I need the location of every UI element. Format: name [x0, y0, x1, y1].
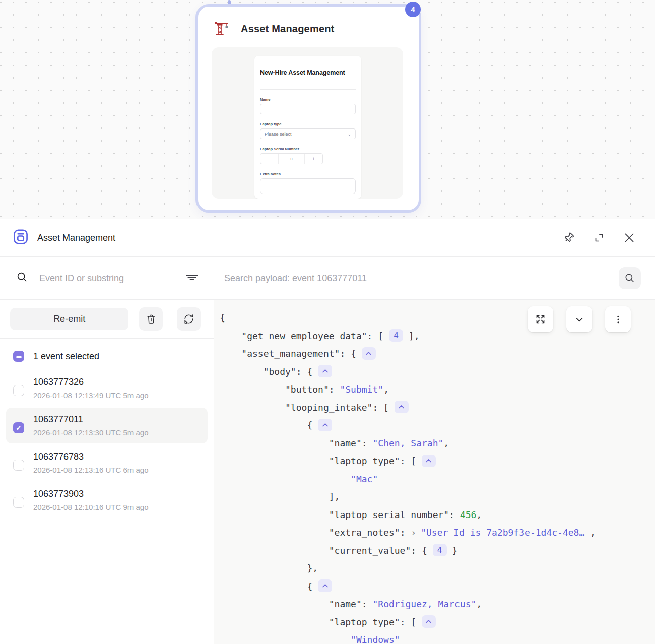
expand-string-toggle[interactable]: › — [411, 527, 416, 538]
event-checkbox[interactable] — [13, 422, 24, 433]
json-line: "laptop_type": [ — [220, 452, 655, 470]
json-punctuation: : [ — [400, 456, 422, 466]
json-punctuation: { — [307, 420, 318, 430]
expand-panel-button[interactable] — [593, 231, 606, 244]
json-line: "extra_notes": ›"User Id is 7a2b9f3e-1d4… — [220, 524, 655, 542]
event-timestamp: 2026-01-08 12:13:30 UTC 5m ago — [33, 428, 148, 437]
extra-notes-textarea[interactable] — [260, 178, 356, 194]
json-key: "extra_notes" — [329, 527, 400, 538]
trigger-node-icon — [13, 229, 29, 247]
serial-number-stepper[interactable]: − 0 + — [260, 153, 323, 164]
selected-summary-row: 1 event selected — [0, 339, 214, 367]
event-list-item[interactable]: 1063777011 2026-01-08 12:13:30 UTC 5m ag… — [6, 408, 208, 443]
json-key: "laptop_type" — [329, 456, 400, 466]
json-punctuation: { — [220, 312, 225, 323]
json-line: "Windows" — [220, 631, 655, 644]
node-title: Asset Management — [241, 23, 334, 35]
json-key: "get_new_employee_data" — [241, 331, 367, 341]
refresh-events-button[interactable] — [177, 307, 201, 331]
event-id: 1063773903 — [33, 489, 148, 499]
node-header: Asset Management — [198, 7, 419, 38]
expand-all-button[interactable] — [528, 306, 553, 332]
stepper-minus-button[interactable]: − — [260, 154, 279, 164]
event-timestamp: 2026-01-08 12:10:16 UTC 9m ago — [33, 503, 148, 511]
payload-search-button[interactable] — [619, 267, 641, 289]
workflow-canvas[interactable]: 4 Asset Management New-Hire Asset Manage… — [0, 0, 655, 219]
delete-events-button[interactable] — [139, 307, 163, 331]
chevron-down-icon: ⌄ — [347, 132, 351, 137]
json-toolbar — [528, 306, 631, 332]
event-checkbox[interactable] — [13, 497, 24, 508]
event-list-item[interactable]: 1063773903 2026-01-08 12:10:16 UTC 9m ag… — [6, 482, 208, 518]
json-key: "current_value" — [329, 545, 411, 556]
json-line: "name": "Rodriguez, Marcus", — [220, 595, 655, 613]
json-string-value: "Mac" — [351, 474, 378, 484]
json-punctuation: ], — [403, 331, 420, 341]
name-field-input[interactable] — [260, 104, 356, 114]
crane-icon — [214, 20, 230, 38]
collapsed-count-badge[interactable]: 4 — [433, 544, 447, 556]
json-key: "looping_intake" — [285, 402, 372, 413]
json-punctuation: , — [476, 599, 482, 609]
laptop-type-select[interactable]: Please select ⌄ — [260, 128, 356, 139]
collapse-view-button[interactable] — [566, 306, 592, 332]
select-all-checkbox[interactable] — [13, 351, 24, 362]
filter-icon[interactable] — [185, 271, 199, 286]
re-emit-button[interactable]: Re-emit — [10, 308, 128, 330]
close-panel-button[interactable] — [623, 231, 636, 244]
json-punctuation: }, — [307, 563, 318, 573]
json-key: "body" — [264, 366, 296, 377]
search-row — [0, 257, 655, 300]
payload-search-bar — [214, 257, 655, 299]
event-search-bar — [0, 257, 214, 299]
json-code: {"get_new_employee_data": [ 4 ],"asset_m… — [214, 300, 655, 644]
json-line: "looping_intake": [ — [220, 399, 655, 417]
json-line: "name": "Chen, Sarah", — [220, 434, 655, 453]
pin-button[interactable] — [562, 231, 575, 244]
event-checkbox[interactable] — [13, 460, 24, 471]
collapse-toggle-icon[interactable] — [318, 579, 332, 592]
json-line: "body": { — [220, 363, 655, 381]
node-run-count-badge[interactable]: 4 — [405, 2, 421, 17]
event-list-item[interactable]: 1063776783 2026-01-08 12:13:16 UTC 6m ag… — [6, 445, 208, 481]
json-punctuation: , — [383, 384, 389, 395]
json-string-value: "Submit" — [340, 384, 383, 395]
event-id: 1063777011 — [33, 414, 148, 425]
collapsed-count-badge[interactable]: 4 — [389, 329, 403, 342]
json-punctuation: { — [307, 581, 318, 592]
extra-notes-label: Extra notes — [260, 172, 356, 176]
event-timestamp: 2026-01-08 12:13:16 UTC 6m ago — [33, 466, 148, 474]
collapse-toggle-icon[interactable] — [422, 455, 436, 467]
json-punctuation: : [ — [400, 617, 422, 627]
json-line: "current_value": { 4 } — [220, 542, 655, 560]
json-line: "laptop_serial_number": 456, — [220, 506, 655, 524]
event-actions-toolbar: Re-emit — [0, 300, 214, 339]
json-key: "button" — [285, 384, 329, 395]
event-list-item[interactable]: 1063777326 2026-01-08 12:13:49 UTC 5m ag… — [6, 370, 208, 406]
collapse-toggle-icon[interactable] — [318, 365, 332, 377]
stepper-plus-button[interactable]: + — [304, 154, 322, 164]
collapse-toggle-icon[interactable] — [395, 401, 409, 413]
payload-search-input[interactable] — [224, 273, 611, 284]
json-punctuation: : — [449, 509, 460, 520]
asset-management-node[interactable]: 4 Asset Management New-Hire Asset Manage… — [195, 4, 421, 213]
event-list-column: Re-emit — [0, 300, 214, 644]
serial-number-label: Laptop Serial Number — [260, 147, 356, 151]
event-checkbox[interactable] — [13, 385, 24, 396]
event-id: 1063777326 — [33, 377, 148, 388]
event-list: 1063777326 2026-01-08 12:13:49 UTC 5m ag… — [0, 367, 214, 522]
json-line: { — [220, 416, 655, 434]
form-divider — [260, 89, 356, 90]
collapse-toggle-icon[interactable] — [362, 347, 376, 360]
json-punctuation: , — [476, 509, 482, 520]
event-timestamp: 2026-01-08 12:13:49 UTC 5m ago — [33, 391, 148, 400]
json-string-value: "User Id is 7a2b9f3e-1d4c-4e8… — [421, 527, 584, 538]
json-punctuation: : { — [340, 348, 361, 359]
json-string-value: "Rodriguez, Marcus" — [372, 599, 476, 609]
collapse-toggle-icon[interactable] — [422, 615, 436, 628]
event-search-input[interactable] — [39, 273, 174, 284]
more-options-button[interactable] — [605, 306, 631, 332]
payload-json-viewer[interactable]: {"get_new_employee_data": [ 4 ],"asset_m… — [214, 300, 655, 644]
json-string-value: "Windows" — [351, 634, 400, 644]
collapse-toggle-icon[interactable] — [318, 419, 332, 431]
